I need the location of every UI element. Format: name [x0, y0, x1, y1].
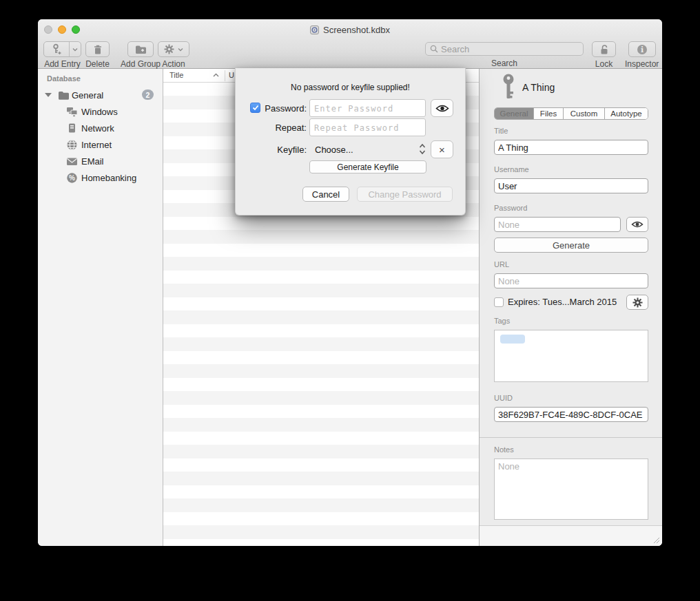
change-password-button[interactable]: Change Password: [357, 187, 453, 202]
dialog-password-label: Password:: [236, 103, 307, 114]
expires-label: Expires: Tues...March 2015: [508, 297, 617, 307]
dialog-repeat-input[interactable]: [309, 118, 426, 136]
column-header-username[interactable]: U: [229, 71, 234, 79]
tags-label: Tags: [494, 317, 510, 325]
clear-icon: ×: [439, 145, 445, 155]
inspector-button[interactable]: i Inspector: [625, 41, 659, 69]
disclosure-triangle-icon[interactable]: [45, 93, 52, 97]
app-window: Screenshot.kdbx: [38, 19, 662, 546]
svg-text:i: i: [641, 45, 644, 54]
uuid-label: UUID: [494, 394, 513, 402]
window-chrome: Screenshot.kdbx: [38, 19, 662, 69]
notes-divider: [480, 437, 662, 438]
action-button[interactable]: Action: [158, 41, 189, 69]
password-field[interactable]: [494, 217, 621, 232]
globe-icon: [66, 139, 78, 151]
search-input[interactable]: [441, 44, 579, 54]
tab-autotype[interactable]: Autotype: [604, 108, 648, 119]
add-group-button[interactable]: Add Group: [121, 41, 161, 69]
titlebar: Screenshot.kdbx: [38, 19, 662, 40]
inspector-tabs: General Files Custom Autotype: [494, 107, 648, 120]
password-label: Password: [494, 204, 527, 212]
keyfile-popup[interactable]: Choose...: [315, 145, 353, 155]
column-header-title[interactable]: Title: [169, 71, 183, 79]
lock-open-icon: [599, 44, 609, 55]
gear-icon: [632, 297, 643, 308]
trash-icon: [93, 44, 103, 55]
sidebar-item-general[interactable]: General 2: [38, 87, 163, 103]
windows-network-icon: [66, 106, 78, 118]
change-password-dialog: No password or keyfile supplied! Passwor…: [235, 68, 466, 215]
generate-keyfile-button[interactable]: Generate Keyfile: [309, 160, 426, 173]
dialog-repeat-label: Repeat:: [236, 123, 307, 133]
title-label: Title: [494, 127, 508, 135]
search-field[interactable]: [425, 42, 584, 56]
inspector-panel: A Thing General Files Custom Autotype Ti…: [479, 69, 662, 546]
info-icon: i: [637, 44, 648, 55]
username-label: Username: [494, 165, 529, 173]
envelope-icon: [66, 156, 78, 167]
chevron-down-icon: [178, 48, 183, 52]
sort-ascending-icon: [213, 73, 219, 77]
username-field[interactable]: [494, 178, 648, 193]
tab-files[interactable]: Files: [533, 108, 563, 119]
uuid-field[interactable]: [494, 407, 648, 422]
column-divider[interactable]: [225, 70, 225, 81]
cancel-button[interactable]: Cancel: [302, 187, 349, 202]
dialog-message: No password or keyfile supplied!: [236, 83, 465, 92]
stepper-icon[interactable]: [419, 143, 426, 155]
key-plus-icon: [51, 43, 62, 55]
notes-label: Notes: [494, 445, 514, 454]
sidebar: Database General 2: [38, 69, 163, 546]
url-field[interactable]: [494, 273, 648, 288]
tab-custom[interactable]: Custom: [563, 108, 604, 119]
title-field[interactable]: [494, 140, 648, 155]
tags-box[interactable]: [494, 330, 648, 382]
notes-field[interactable]: [494, 458, 648, 520]
sidebar-item-internet[interactable]: Internet: [38, 136, 163, 153]
add-entry-button[interactable]: Add Entry: [43, 41, 81, 69]
eye-icon: [631, 220, 644, 229]
tag-pill[interactable]: [500, 335, 525, 344]
search-icon: [430, 45, 438, 53]
inspector-footer: [480, 525, 662, 546]
resize-grip[interactable]: [653, 537, 660, 544]
entry-title: A Thing: [522, 82, 555, 93]
chevron-down-icon: [72, 48, 78, 52]
sidebar-item-network[interactable]: Network: [38, 120, 163, 136]
sidebar-item-email[interactable]: EMail: [38, 153, 163, 169]
lock-button[interactable]: Lock: [592, 41, 616, 69]
expires-checkbox[interactable]: [494, 297, 504, 307]
gear-icon: [164, 44, 174, 54]
generate-button[interactable]: Generate: [494, 238, 648, 253]
folder-icon: [58, 89, 70, 101]
url-label: URL: [494, 260, 509, 268]
folder-plus-icon: [135, 45, 147, 54]
eye-icon: [435, 104, 449, 113]
add-entry-dropdown[interactable]: [69, 42, 81, 56]
key-icon: [501, 74, 516, 101]
search-label: Search: [425, 59, 584, 68]
delete-button[interactable]: Delete: [85, 41, 110, 69]
tab-general[interactable]: General: [495, 108, 533, 119]
dialog-keyfile-label: Keyfile:: [236, 145, 307, 155]
percent-icon: %: [66, 172, 78, 184]
svg-text:%: %: [69, 174, 75, 182]
sidebar-item-homebanking[interactable]: % Homebanking: [38, 169, 163, 186]
entry-count-badge: 2: [142, 89, 154, 100]
window-title: Screenshot.kdbx: [323, 25, 390, 35]
document-icon: [310, 25, 319, 34]
expires-settings-button[interactable]: [626, 295, 648, 310]
dialog-show-password-button[interactable]: [431, 99, 453, 117]
sidebar-item-windows[interactable]: Windows: [38, 103, 163, 120]
dialog-password-input[interactable]: [309, 99, 426, 117]
clear-keyfile-button[interactable]: ×: [431, 140, 453, 158]
server-icon: [66, 123, 78, 134]
show-password-button[interactable]: [626, 217, 648, 232]
sidebar-header: Database: [47, 74, 81, 83]
